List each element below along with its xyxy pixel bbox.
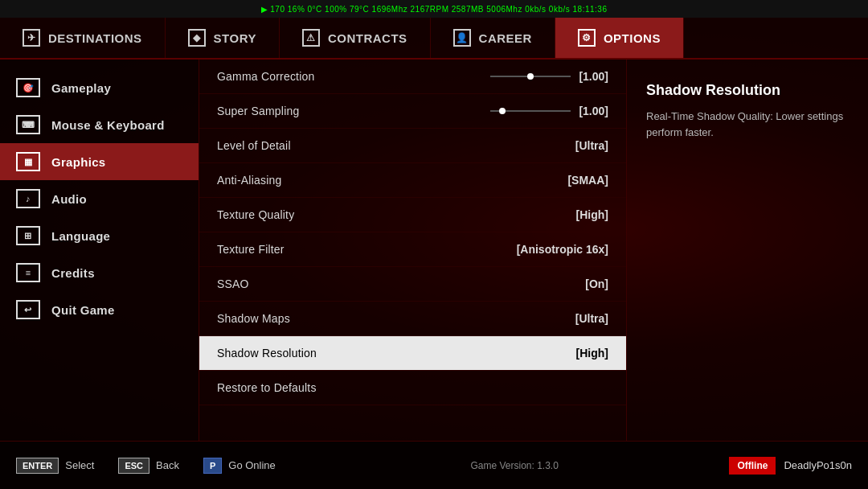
shadow-resolution-label: Shadow Resolution — [217, 347, 576, 360]
supersampling-track — [490, 110, 571, 112]
offline-badge: Offline — [729, 457, 776, 475]
mouse-keyboard-sidebar-icon: ⌨ — [16, 115, 40, 134]
supersampling-dot — [499, 108, 506, 114]
select-label: Select — [65, 459, 94, 471]
supersampling-value: [1.00] — [579, 105, 608, 117]
supersampling-label: Super Sampling — [217, 105, 490, 117]
sidebar-item-audio[interactable]: ♪Audio — [0, 180, 199, 217]
setting-row-restore-defaults[interactable]: Restore to Defaults — [199, 371, 626, 405]
shadow-resolution-value: [High] — [576, 347, 608, 360]
gameplay-sidebar-label: Gameplay — [51, 81, 111, 95]
sidebar-item-quit-game[interactable]: ↩Quit Game — [0, 291, 199, 328]
bottom-bar: ENTER Select ESC Back P Go Online Game V… — [0, 441, 868, 489]
setting-row-ssao[interactable]: SSAO[On] — [199, 267, 626, 302]
system-bar: ▶ 170 16% 0°C 100% 79°C 1696Mhz 2167RPM … — [0, 0, 868, 18]
contracts-nav-label: Contracts — [328, 31, 407, 45]
action-back[interactable]: ESC Back — [118, 458, 179, 474]
info-panel: Shadow Resolution Real-Time Shadow Quali… — [627, 60, 868, 441]
nav-item-career[interactable]: 👤Career — [431, 18, 555, 58]
settings-panel: Gamma Correction[1.00]Super Sampling[1.0… — [199, 60, 627, 441]
antialiasing-value: [SMAA] — [567, 174, 608, 187]
esc-badge: ESC — [118, 458, 149, 474]
back-label: Back — [156, 459, 179, 471]
enter-badge: ENTER — [16, 458, 59, 474]
sidebar-item-mouse-keyboard[interactable]: ⌨Mouse & Keyboard — [0, 106, 199, 143]
action-go-online[interactable]: P Go Online — [203, 458, 276, 474]
setting-row-shadow-resolution[interactable]: Shadow Resolution[High] — [199, 336, 626, 371]
ssao-value: [On] — [585, 277, 608, 290]
lod-value: [Ultra] — [575, 139, 608, 152]
restore-defaults-label: Restore to Defaults — [217, 381, 608, 394]
go-online-label: Go Online — [228, 459, 276, 471]
main-content: 🎯Gameplay⌨Mouse & Keyboard▦Graphics♪Audi… — [0, 60, 868, 441]
texture-quality-label: Texture Quality — [217, 208, 576, 221]
sidebar-item-language[interactable]: ⊞Language — [0, 217, 199, 254]
mouse-keyboard-sidebar-label: Mouse & Keyboard — [51, 118, 165, 132]
setting-row-gamma[interactable]: Gamma Correction[1.00] — [199, 60, 626, 94]
info-description: Real-Time Shadow Quality: Lower settings… — [646, 109, 849, 140]
quit-game-sidebar-icon: ↩ — [16, 300, 40, 319]
sidebar-item-graphics[interactable]: ▦Graphics — [0, 143, 199, 180]
shadow-maps-label: Shadow Maps — [217, 312, 575, 325]
texture-filter-value: [Anisotropic 16x] — [517, 243, 608, 256]
credits-sidebar-icon: ≡ — [16, 263, 40, 282]
destinations-nav-label: Destinations — [48, 31, 142, 45]
career-nav-label: Career — [479, 31, 532, 45]
gamma-label: Gamma Correction — [217, 70, 490, 83]
texture-quality-value: [High] — [576, 208, 608, 221]
supersampling-slider[interactable] — [490, 110, 571, 112]
action-select[interactable]: ENTER Select — [16, 458, 94, 474]
antialiasing-label: Anti-Aliasing — [217, 174, 567, 187]
lod-label: Level of Detail — [217, 139, 575, 152]
ssao-label: SSAO — [217, 277, 585, 290]
setting-row-texture-quality[interactable]: Texture Quality[High] — [199, 198, 626, 232]
sidebar-item-gameplay[interactable]: 🎯Gameplay — [0, 69, 199, 106]
credits-sidebar-label: Credits — [51, 266, 95, 280]
sidebar: 🎯Gameplay⌨Mouse & Keyboard▦Graphics♪Audi… — [0, 60, 199, 441]
p-badge: P — [203, 458, 222, 474]
system-stats: ▶ 170 16% 0°C 100% 79°C 1696Mhz 2167RPM … — [261, 5, 608, 14]
shadow-maps-value: [Ultra] — [575, 312, 608, 325]
bottom-right: Offline DeadlyPo1s0n — [729, 457, 852, 475]
sidebar-item-credits[interactable]: ≡Credits — [0, 254, 199, 291]
nav-item-options[interactable]: ⚙Options — [555, 18, 684, 58]
setting-row-antialiasing[interactable]: Anti-Aliasing[SMAA] — [199, 163, 626, 198]
setting-row-texture-filter[interactable]: Texture Filter[Anisotropic 16x] — [199, 232, 626, 267]
story-nav-label: Story — [214, 31, 256, 45]
nav-item-story[interactable]: ◆Story — [166, 18, 280, 58]
setting-row-lod[interactable]: Level of Detail[Ultra] — [199, 129, 626, 163]
gamma-slider[interactable] — [490, 76, 571, 77]
contracts-nav-icon: ⚠ — [302, 29, 320, 47]
gamma-dot — [527, 73, 534, 80]
graphics-sidebar-label: Graphics — [51, 155, 105, 169]
username: DeadlyPo1s0n — [784, 459, 852, 471]
nav-bar: ✈Destinations◆Story⚠Contracts👤Career⚙Opt… — [0, 18, 868, 60]
setting-row-supersampling[interactable]: Super Sampling[1.00] — [199, 94, 626, 129]
gameplay-sidebar-icon: 🎯 — [16, 78, 40, 97]
texture-filter-label: Texture Filter — [217, 243, 517, 256]
quit-game-sidebar-label: Quit Game — [51, 303, 115, 317]
version-text: Game Version: 1.3.0 — [300, 460, 730, 471]
story-nav-icon: ◆ — [188, 29, 206, 47]
options-nav-icon: ⚙ — [578, 29, 596, 47]
graphics-sidebar-icon: ▦ — [16, 152, 40, 171]
destinations-nav-icon: ✈ — [23, 29, 40, 47]
audio-sidebar-label: Audio — [51, 192, 87, 206]
nav-item-destinations[interactable]: ✈Destinations — [0, 18, 166, 58]
options-nav-label: Options — [604, 31, 661, 45]
career-nav-icon: 👤 — [453, 29, 471, 47]
nav-item-contracts[interactable]: ⚠Contracts — [280, 18, 431, 58]
setting-row-shadow-maps[interactable]: Shadow Maps[Ultra] — [199, 302, 626, 336]
language-sidebar-icon: ⊞ — [16, 226, 40, 245]
info-title: Shadow Resolution — [646, 82, 849, 99]
gamma-track — [490, 76, 571, 77]
gamma-value: [1.00] — [579, 70, 608, 83]
language-sidebar-label: Language — [51, 229, 110, 243]
audio-sidebar-icon: ♪ — [16, 189, 40, 208]
